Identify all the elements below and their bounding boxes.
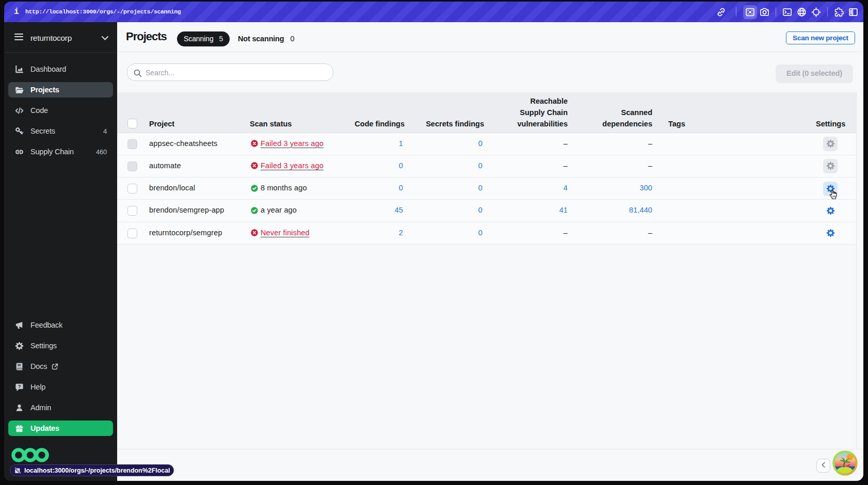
svg-text:?: ?: [18, 383, 21, 389]
